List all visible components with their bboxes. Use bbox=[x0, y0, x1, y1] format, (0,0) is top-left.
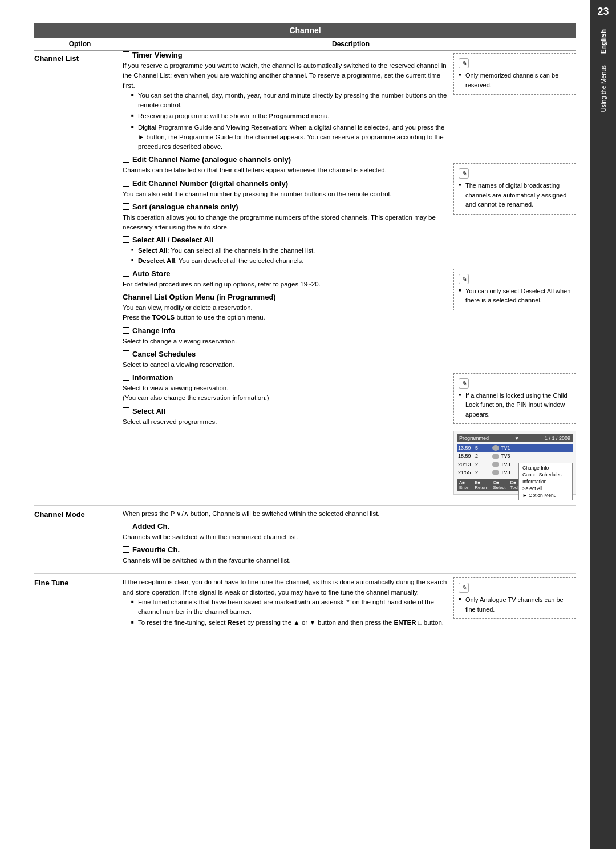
channel-mode-option-cell: Channel Mode bbox=[34, 509, 123, 569]
main-content: Channel Option Description Channel List bbox=[34, 23, 576, 632]
timer-viewing-bullet-3: Digital Programme Guide and Viewing Rese… bbox=[131, 123, 449, 152]
channel-mode-desc: When press the P ∨/∧ button, Channels wi… bbox=[123, 509, 449, 519]
edit-channel-number-section: Edit Channel Number (digital channels on… bbox=[123, 179, 449, 199]
prog-row-1: 18:59 2 TV3 bbox=[457, 452, 573, 460]
select-all-bullets: Select All: You can select all the chann… bbox=[131, 246, 449, 266]
timer-viewing-bullet-1: You can set the channel, day, month, yea… bbox=[131, 91, 449, 111]
column-headers: Option Description bbox=[34, 38, 576, 51]
page-number: 23 bbox=[597, 6, 609, 18]
added-ch-title: Added Ch. bbox=[132, 522, 169, 531]
select-all-checkbox bbox=[123, 236, 129, 243]
fine-tune-description-cell: If the reception is clear, you do not ha… bbox=[123, 577, 453, 631]
select-all2-section: Select All Select all reserved programme… bbox=[123, 407, 449, 427]
sidebar-using-label: Using the Menus bbox=[600, 65, 607, 112]
prog-row-2: 20:13 2 TV3 bbox=[457, 460, 573, 468]
select-all-section: Select All / Deselect All Select All: Yo… bbox=[123, 236, 449, 266]
timer-viewing-title: Timer Viewing bbox=[132, 51, 183, 59]
prog-row-0: 13:59 5 TV1 bbox=[457, 444, 573, 452]
sort-body: This operation allows you to change the … bbox=[123, 213, 449, 233]
note-icon-2: ✎ bbox=[459, 168, 469, 179]
timer-viewing-checkbox bbox=[123, 51, 129, 58]
channel-mode-option-label: Channel Mode bbox=[34, 509, 118, 519]
channel-list-option-menu-heading: Channel List Option Menu (in Programmed) bbox=[123, 293, 449, 301]
fine-tune-body: If the reception is clear, you do not ha… bbox=[123, 577, 449, 628]
fine-tune-bullets: Fine tuned channels that have been saved… bbox=[131, 597, 449, 628]
favourite-ch-section: Favourite Ch. Channels will be switched … bbox=[123, 545, 449, 565]
sort-title: Sort (analogue channels only) bbox=[132, 203, 238, 211]
select-all2-body: Select all reserved programmes. bbox=[123, 417, 449, 427]
fine-tune-notes: ✎ Only Analogue TV channels can be fine … bbox=[453, 577, 576, 631]
channel-list-row: Channel List Timer Viewing If you reserv… bbox=[34, 51, 576, 500]
auto-store-body: For detailed procedures on setting up op… bbox=[123, 280, 449, 289]
timer-viewing-section: Timer Viewing If you reserve a programme… bbox=[123, 51, 449, 152]
note-3-text: You can only select Deselect All when th… bbox=[459, 286, 571, 305]
sort-heading: Sort (analogue channels only) bbox=[123, 203, 449, 211]
auto-store-checkbox bbox=[123, 270, 129, 277]
favourite-ch-body: Channels will be switched within the fav… bbox=[123, 556, 449, 565]
timer-viewing-body: If you reserve a programme you want to w… bbox=[123, 61, 449, 152]
cancel-schedules-heading: Cancel Schedules bbox=[123, 350, 449, 358]
added-ch-section: Added Ch. Channels will be switched with… bbox=[123, 522, 449, 542]
table-header-title: Channel bbox=[289, 26, 321, 35]
timer-viewing-bullets: You can set the channel, day, month, yea… bbox=[131, 91, 449, 152]
change-info-heading: Change Info bbox=[123, 326, 449, 335]
information-body: Select to view a viewing reservation. (Y… bbox=[123, 383, 449, 403]
timer-viewing-bullet-2: Reserving a programme will be shown in t… bbox=[131, 111, 449, 121]
information-title: Information bbox=[132, 373, 173, 382]
added-ch-body: Channels will be switched within the mem… bbox=[123, 532, 449, 542]
favourite-ch-checkbox bbox=[123, 546, 129, 553]
cancel-schedules-body: Select to cancel a viewing reservation. bbox=[123, 360, 449, 370]
cancel-schedules-checkbox bbox=[123, 350, 129, 357]
note-icon-1: ✎ bbox=[459, 58, 469, 68]
channel-header: Channel bbox=[34, 23, 576, 38]
prog-menu-select-all: Select All bbox=[521, 485, 570, 492]
information-checkbox bbox=[123, 374, 129, 381]
note-box-1: ✎ Only memorized channels can be reserve… bbox=[453, 53, 576, 95]
select-all2-checkbox bbox=[123, 407, 129, 414]
change-info-section: Change Info Select to change a viewing r… bbox=[123, 326, 449, 346]
channel-mode-description-cell: When press the P ∨/∧ button, Channels wi… bbox=[123, 509, 453, 569]
edit-channel-number-body: You can also edit the channel number by … bbox=[123, 189, 449, 199]
prog-menu-information: Information bbox=[521, 478, 570, 485]
sidebar-english-label: English bbox=[599, 29, 607, 54]
select-all2-heading: Select All bbox=[123, 407, 449, 415]
auto-store-title: Auto Store bbox=[132, 269, 170, 278]
note-icon-5: ✎ bbox=[459, 583, 469, 593]
note-box-5: ✎ Only Analogue TV channels can be fine … bbox=[453, 577, 576, 619]
note-5-text: Only Analogue TV channels can be fine tu… bbox=[459, 595, 571, 614]
prog-header: Programmed ♥ 1 / 1 / 2009 bbox=[457, 434, 573, 442]
fine-tune-row: Fine Tune If the reception is clear, you… bbox=[34, 573, 576, 631]
note-icon-4: ✎ bbox=[459, 378, 469, 389]
programmed-preview: Programmed ♥ 1 / 1 / 2009 13:59 5 TV1 18… bbox=[453, 431, 576, 495]
auto-store-heading: Auto Store bbox=[123, 269, 449, 278]
edit-channel-name-heading: Edit Channel Name (analogue channels onl… bbox=[123, 155, 449, 164]
channel-mode-notes bbox=[453, 509, 576, 569]
edit-channel-number-title: Edit Channel Number (digital channels on… bbox=[132, 179, 288, 188]
information-heading: Information bbox=[123, 373, 449, 382]
note-icon-3: ✎ bbox=[459, 274, 469, 284]
option-column-header: Option bbox=[34, 40, 125, 48]
channel-list-option-cell: Channel List bbox=[34, 51, 123, 500]
auto-store-section: Auto Store For detailed procedures on se… bbox=[123, 269, 449, 289]
page-container: Channel Option Description Channel List bbox=[0, 0, 616, 849]
fine-tune-option-label: Fine Tune bbox=[34, 577, 118, 587]
favourite-ch-heading: Favourite Ch. bbox=[123, 545, 449, 554]
channel-list-option-menu-body: You can view, modify or delete a reserva… bbox=[123, 303, 449, 323]
option-label-header: Option bbox=[69, 40, 91, 48]
note-box-2: ✎ The names of digital broadcasting chan… bbox=[453, 163, 576, 215]
cancel-schedules-title: Cancel Schedules bbox=[132, 350, 196, 358]
channel-list-description-cell: Timer Viewing If you reserve a programme… bbox=[123, 51, 453, 500]
deselect-all-bullet: Deselect All: You can deselect all the s… bbox=[131, 256, 449, 266]
edit-channel-number-checkbox bbox=[123, 180, 129, 187]
timer-viewing-heading: Timer Viewing bbox=[123, 51, 449, 59]
right-sidebar: 23 English Using the Menus bbox=[590, 0, 616, 849]
prog-row-3: 21:55 2 TV3 bbox=[457, 468, 573, 476]
channel-mode-row: Channel Mode When press the P ∨/∧ button… bbox=[34, 505, 576, 569]
description-label-header: Description bbox=[332, 40, 370, 48]
change-info-checkbox bbox=[123, 327, 129, 334]
change-info-body: Select to change a viewing reservation. bbox=[123, 337, 449, 346]
added-ch-heading: Added Ch. bbox=[123, 522, 449, 531]
added-ch-checkbox bbox=[123, 523, 129, 529]
note-1-text: Only memorized channels can be reserved. bbox=[459, 71, 571, 90]
edit-channel-name-title: Edit Channel Name (analogue channels onl… bbox=[132, 155, 291, 164]
